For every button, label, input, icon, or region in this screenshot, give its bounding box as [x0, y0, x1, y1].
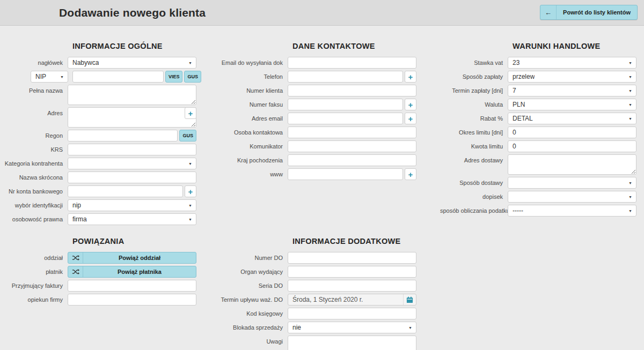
nr-konta-label: Nr konta bankowego	[0, 185, 68, 197]
add-email-button[interactable]: +	[405, 113, 416, 124]
kategoria-kontrahenta-select[interactable]	[68, 158, 196, 169]
numer-klienta-label: Numer klienta	[220, 85, 288, 96]
link-branch-button[interactable]: Powiąż oddział	[68, 252, 196, 264]
termin-uplywu-label: Termin upływu waż. DO	[220, 294, 288, 306]
back-arrow-icon: ←	[540, 5, 557, 19]
przyjmujacy-faktury-input[interactable]	[68, 280, 196, 292]
termin-zaplaty-select[interactable]: 7	[508, 85, 636, 96]
przyjmujacy-faktury-label: Przyjmujący faktury	[0, 280, 68, 292]
blokada-sprzedazy-select[interactable]: nie	[288, 322, 416, 333]
calendar-icon[interactable]	[403, 294, 416, 305]
seria-do-label: Seria DO	[220, 280, 288, 292]
komunikator-input[interactable]	[288, 140, 416, 152]
field-row-numer-klienta: Numer klienta	[220, 85, 440, 96]
telefon-input[interactable]	[288, 71, 403, 83]
numer-faksu-label: Numer faksu	[220, 99, 288, 110]
sposob-obliczania-podatku-select[interactable]: -----	[508, 205, 636, 217]
field-row-regon: Regon GUS	[0, 130, 220, 142]
osoba-kontaktowa-input[interactable]	[288, 126, 416, 138]
adres-email-input[interactable]	[288, 113, 403, 124]
kraj-pochodzenia-input[interactable]	[288, 154, 416, 166]
field-row-stawka-vat: Stawka vat 23	[440, 57, 644, 69]
form-content: INFORMACJE OGÓLNE nagłówek Nabywca NIP V…	[0, 26, 644, 350]
regon-input[interactable]	[68, 130, 178, 142]
field-row-kraj-pochodzenia: Kraj pochodzenia	[220, 154, 440, 166]
opiekun-firmy-label: opiekun firmy	[0, 294, 68, 306]
kwota-limitu-input[interactable]	[508, 140, 636, 152]
field-row-nazwa-skrocona: Nazwa skrócona	[0, 172, 220, 183]
wybor-identyfikacji-label: wybór identyfikacji	[0, 199, 68, 211]
chevron-down-icon	[628, 209, 632, 213]
pelna-nazwa-textarea[interactable]	[68, 85, 196, 105]
waluta-select[interactable]: PLN	[508, 99, 636, 110]
field-row-komunikator: Komunikator	[220, 140, 440, 152]
dopisek-select[interactable]	[508, 191, 636, 203]
okres-limitu-label: Okres limitu [dni]	[440, 126, 508, 138]
sposob-zaplaty-label: Sposób zapłaty	[440, 71, 508, 83]
chevron-down-icon	[628, 75, 632, 79]
field-row-adres: Adres +	[0, 107, 220, 128]
organ-wydajacy-input[interactable]	[288, 266, 416, 278]
termin-uplywu-date-input[interactable]: Środa, 1 Styczeń 2020 r.	[288, 294, 416, 306]
stawka-vat-select[interactable]: 23	[508, 57, 636, 69]
sposob-dostawy-select[interactable]	[508, 177, 636, 189]
shuffle-icon	[68, 266, 83, 277]
regon-gus-button[interactable]: GUS	[179, 130, 196, 142]
field-row-nip: NIP VIES GUS	[0, 71, 220, 83]
field-row-kod-ksiegowy: Kod księgowy	[220, 308, 440, 319]
link-payer-button[interactable]: Powiąż płatnika	[68, 266, 196, 278]
field-row-blokada-sprzedazy: Blokada sprzedaży nie	[220, 322, 440, 333]
chevron-down-icon	[188, 61, 192, 65]
add-www-button[interactable]: +	[405, 168, 416, 180]
kod-ksiegowy-input[interactable]	[288, 308, 416, 319]
nip-input[interactable]	[72, 71, 164, 83]
osobowosc-prawna-select[interactable]: firma	[68, 213, 196, 225]
add-address-button[interactable]: +	[185, 107, 196, 119]
www-input[interactable]	[288, 168, 403, 180]
plus-icon: +	[408, 170, 413, 179]
uwagi-label: Uwagi	[220, 336, 288, 347]
chevron-down-icon	[628, 89, 632, 93]
gus-button[interactable]: GUS	[184, 71, 201, 83]
section-title-general: INFORMACJE OGÓLNE	[72, 42, 220, 50]
back-to-client-list-button[interactable]: ← Powrót do listy klientów	[540, 5, 638, 20]
adres-dostawy-textarea[interactable]	[508, 154, 636, 175]
vies-button[interactable]: VIES	[165, 71, 183, 83]
email-dok-input[interactable]	[288, 57, 416, 69]
numer-faksu-input[interactable]	[288, 99, 403, 110]
telefon-label: Telefon	[220, 71, 288, 83]
chevron-down-icon	[628, 61, 632, 65]
rabat-select[interactable]: DETAL	[508, 113, 636, 124]
add-phone-button[interactable]: +	[405, 71, 416, 83]
link-payer-label: Powiąż płatnika	[83, 266, 196, 277]
nazwa-skrocona-input[interactable]	[68, 172, 196, 183]
plus-icon: +	[408, 100, 413, 109]
okres-limitu-input[interactable]	[508, 126, 636, 138]
krs-input[interactable]	[68, 144, 196, 155]
field-row-numer-do: Numer DO	[220, 252, 440, 264]
opiekun-firmy-input[interactable]	[68, 294, 196, 306]
adres-textarea[interactable]	[68, 107, 196, 128]
numer-do-input[interactable]	[288, 252, 416, 264]
plus-icon: +	[408, 114, 413, 123]
nip-type-select[interactable]: NIP	[31, 71, 68, 83]
wybor-identyfikacji-select[interactable]: nip	[68, 199, 196, 211]
nr-konta-input[interactable]	[68, 185, 183, 197]
naglowek-select[interactable]: Nabywca	[68, 57, 196, 69]
field-row-organ-wydajacy: Organ wydający	[220, 266, 440, 278]
uwagi-textarea[interactable]	[288, 336, 416, 350]
numer-klienta-input[interactable]	[288, 85, 416, 96]
osoba-kontaktowa-label: Osoba kontaktowa	[220, 126, 288, 138]
back-button-label: Powrót do listy klientów	[557, 5, 637, 19]
field-row-pelna-nazwa: Pełna nazwa	[0, 85, 220, 105]
email-dok-label: Email do wysyłania dok	[220, 57, 288, 69]
adres-email-label: Adres email	[220, 113, 288, 124]
add-fax-button[interactable]: +	[405, 99, 416, 110]
kwota-limitu-label: Kwota limitu	[440, 140, 508, 152]
add-bank-account-button[interactable]: +	[185, 185, 196, 197]
regon-label: Regon	[0, 130, 68, 142]
sposob-zaplaty-select[interactable]: przelew	[508, 71, 636, 83]
field-row-numer-faksu: Numer faksu +	[220, 99, 440, 110]
seria-do-input[interactable]	[288, 280, 416, 292]
field-row-sposob-zaplaty: Sposób zapłaty przelew	[440, 71, 644, 83]
